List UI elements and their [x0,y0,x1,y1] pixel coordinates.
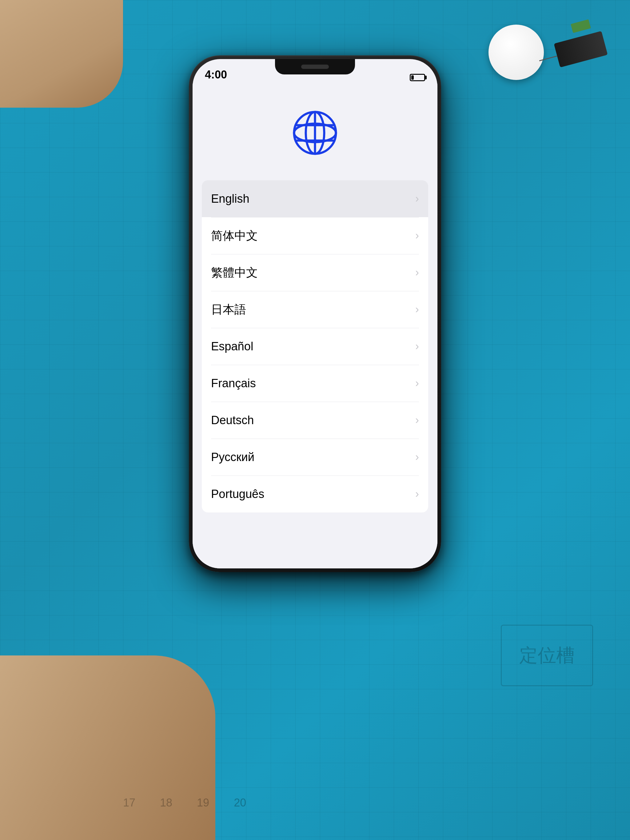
hand-top [0,0,123,107]
hand-bottom [0,655,215,840]
language-name-japanese: 日本語 [211,302,246,317]
row-number-19: 19 [197,796,209,809]
chevron-icon-simplified-chinese: › [415,229,419,242]
language-name-russian: Русский [211,451,254,464]
language-item-german[interactable]: Deutsch › [202,402,428,439]
phone-notch [275,59,355,74]
language-item-japanese[interactable]: 日本語 › [202,291,428,328]
white-disc-component [488,25,544,80]
language-name-portuguese: Português [211,488,264,501]
workmat-row-numbers: 17 18 19 20 [123,796,568,809]
workmat-engraved-text: 定位槽 [519,643,575,668]
phone-screen: 4:00 [193,59,437,568]
speaker-grille [301,65,329,69]
chevron-icon-french: › [415,377,419,390]
globe-icon-container [291,108,339,159]
language-item-spanish[interactable]: Español › [202,328,428,365]
status-icons [410,74,425,81]
language-name-german: Deutsch [211,414,254,427]
language-name-french: Français [211,377,256,390]
battery-fill [411,75,414,80]
language-name-english: English [211,192,249,205]
battery-icon [410,74,425,81]
language-name-spanish: Español [211,340,253,353]
row-number-17: 17 [123,796,135,809]
language-list: English › 简体中文 › 繁體中文 › 日本語 › [193,180,437,568]
chevron-icon-portuguese: › [415,488,419,501]
language-name-traditional-chinese: 繁體中文 [211,265,258,281]
phone-outer-shell: 4:00 [189,55,441,572]
language-item-simplified-chinese[interactable]: 简体中文 › [202,217,428,254]
row-number-18: 18 [160,796,172,809]
language-item-portuguese[interactable]: Português › [202,475,428,512]
chevron-icon-spanish: › [415,340,419,353]
screen-content: English › 简体中文 › 繁體中文 › 日本語 › [193,84,437,568]
language-item-traditional-chinese[interactable]: 繁體中文 › [202,254,428,291]
globe-icon [291,108,339,158]
workmat-engraved-area: 定位槽 [501,625,593,686]
language-item-english[interactable]: English › [202,180,428,217]
chevron-icon-english: › [415,192,419,205]
language-item-french[interactable]: Français › [202,365,428,402]
language-name-simplified-chinese: 简体中文 [211,228,258,243]
language-item-russian[interactable]: Русский › [202,439,428,475]
phone-device: 4:00 [189,55,441,572]
row-number-20: 20 [234,796,246,809]
status-time: 4:00 [205,68,227,81]
chevron-icon-japanese: › [415,303,419,316]
chevron-icon-traditional-chinese: › [415,266,419,279]
chevron-icon-russian: › [415,451,419,464]
chevron-icon-german: › [415,414,419,426]
